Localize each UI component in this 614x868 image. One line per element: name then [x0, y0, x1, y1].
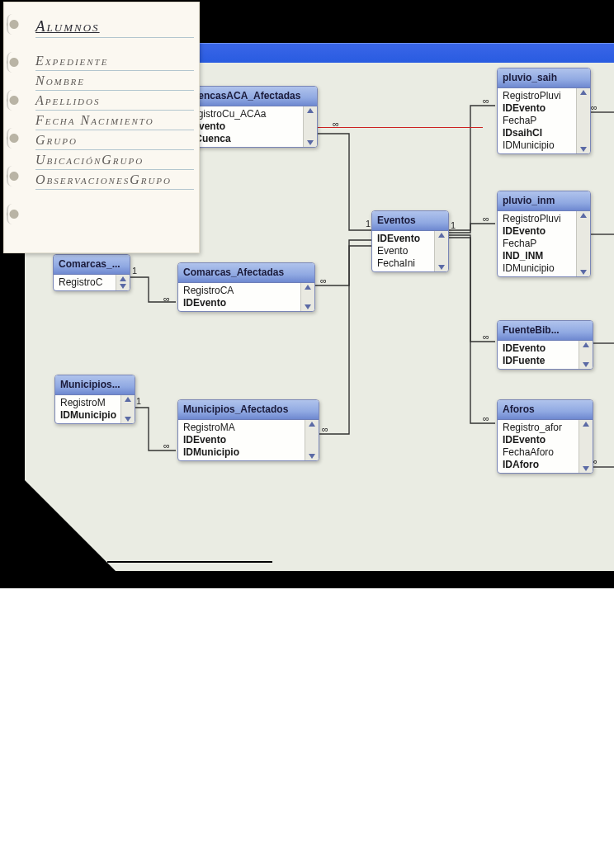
- chevron-up-icon[interactable]: [583, 342, 589, 347]
- chevron-up-icon[interactable]: [580, 213, 587, 218]
- notebook-lines: Alumnos Expediente Nombre Apellidos Fech…: [35, 17, 194, 190]
- table-title: pluvio_inm: [498, 191, 590, 211]
- scrollbar[interactable]: [579, 420, 593, 473]
- table-title: FuenteBib...: [498, 321, 593, 341]
- field: Registro_afor: [503, 422, 577, 434]
- chevron-down-icon[interactable]: [583, 362, 589, 367]
- scrollbar[interactable]: [300, 283, 314, 311]
- chevron-down-icon[interactable]: [305, 304, 311, 309]
- field: IDEvento: [503, 434, 577, 446]
- table-fields: RegistroM IDMunicipio: [55, 395, 120, 423]
- table-title: Comarcas_Afectadas: [178, 263, 314, 283]
- chevron-down-icon[interactable]: [125, 417, 131, 422]
- rel-inf: ∞: [163, 441, 170, 451]
- field: IND_INM: [503, 250, 574, 262]
- table-comarcas-afectadas[interactable]: Comarcas_Afectadas RegistroCA IDEvento: [177, 262, 315, 312]
- field: IDsaihCI: [503, 127, 574, 139]
- field: egistroCu_ACAa: [192, 108, 301, 120]
- field: IDEvento: [183, 434, 303, 446]
- table-fields: IDEvento Evento FechaIni: [372, 231, 434, 271]
- rel-one: 1: [132, 266, 137, 276]
- table-fields: egistroCu_ACAa Evento ICuenca: [187, 106, 303, 147]
- field: IDFuente: [503, 355, 577, 367]
- rel-one: 1: [136, 396, 141, 406]
- field: RegistroCA: [183, 285, 299, 297]
- chevron-up-icon[interactable]: [305, 285, 311, 290]
- field: IDMunicipio: [60, 409, 119, 422]
- table-title: Municipios...: [55, 375, 135, 395]
- canvas-divider: [107, 561, 272, 563]
- chevron-down-icon[interactable]: [583, 466, 589, 471]
- chevron-down-icon[interactable]: [580, 147, 587, 152]
- table-comarcas[interactable]: Comarcas_... RegistroC: [53, 254, 130, 291]
- chevron-down-icon[interactable]: [309, 454, 315, 459]
- chevron-up-icon[interactable]: [307, 108, 314, 113]
- table-fuente-bib[interactable]: FuenteBib... IDEvento IDFuente: [497, 320, 593, 370]
- field: Evento: [377, 245, 432, 257]
- rel-one: 1: [451, 220, 456, 230]
- notebook-title: Alumnos: [35, 17, 194, 38]
- scrollbar[interactable]: [576, 211, 590, 276]
- chevron-up-icon[interactable]: [125, 397, 131, 402]
- chevron-up-icon[interactable]: [583, 422, 589, 427]
- table-title: uencasACA_Afectadas: [187, 87, 317, 106]
- chevron-down-icon[interactable]: [307, 140, 314, 145]
- table-fields: Registro_afor IDEvento FechaAforo IDAfor…: [498, 420, 579, 473]
- table-municipios-afectados[interactable]: Municipios_Afectados RegistroMA IDEvento…: [177, 399, 319, 461]
- field: IDEvento: [503, 102, 574, 115]
- scrollbar[interactable]: [576, 88, 590, 153]
- scrollbar[interactable]: [116, 275, 130, 290]
- field: IDEvento: [503, 342, 577, 355]
- table-pluvio-inm[interactable]: pluvio_inm RegistroPluvi IDEvento FechaP…: [497, 191, 591, 277]
- field: FechaIni: [377, 257, 432, 270]
- scrollbar[interactable]: [579, 341, 593, 369]
- rel-inf: ∞: [483, 214, 489, 224]
- rel-inf: ∞: [320, 276, 327, 285]
- table-title: Eventos: [372, 211, 448, 231]
- scrollbar[interactable]: [303, 106, 317, 147]
- table-fields: RegistroMA IDEvento IDMunicipio: [178, 420, 305, 460]
- table-pluvio-saih[interactable]: pluvio_saih RegistroPluvi IDEvento Fecha…: [497, 68, 591, 154]
- field: ICuenca: [192, 133, 301, 145]
- field: IDEvento: [377, 233, 432, 245]
- table-eventos[interactable]: Eventos IDEvento Evento FechaIni: [371, 210, 449, 272]
- spiral-binding: [2, 2, 27, 252]
- scrollbar[interactable]: [434, 231, 448, 271]
- chevron-down-icon[interactable]: [580, 270, 587, 275]
- table-fields: IDEvento IDFuente: [498, 341, 579, 369]
- notebook-row: Expediente: [35, 51, 194, 71]
- field: RegistroMA: [183, 422, 303, 434]
- notebook-row: UbicaciónGrupo: [35, 150, 194, 170]
- chevron-up-icon[interactable]: [438, 233, 445, 238]
- field: RegistroM: [60, 397, 119, 409]
- field: IDMunicipio: [183, 446, 303, 459]
- rel-inf: ∞: [163, 294, 170, 304]
- field: IDMunicipio: [503, 262, 574, 275]
- chevron-down-icon[interactable]: [120, 284, 126, 289]
- table-title: pluvio_saih: [498, 68, 590, 88]
- rel-inf: ∞: [483, 96, 489, 106]
- chevron-up-icon[interactable]: [309, 422, 315, 427]
- scrollbar[interactable]: [305, 420, 319, 460]
- rel-inf: ∞: [333, 119, 339, 129]
- field: Evento: [192, 120, 301, 133]
- table-aforos[interactable]: Aforos Registro_afor IDEvento FechaAforo…: [497, 399, 593, 474]
- field: RegistroC: [59, 276, 114, 289]
- table-municipios[interactable]: Municipios... RegistroM IDMunicipio: [54, 375, 135, 424]
- field: RegistroPluvi: [503, 90, 574, 102]
- notebook-row: Apellidos: [35, 91, 194, 111]
- notebook-row: Grupo: [35, 130, 194, 150]
- chevron-up-icon[interactable]: [120, 276, 126, 281]
- table-cuencas-aca-afectadas[interactable]: uencasACA_Afectadas egistroCu_ACAa Event…: [187, 86, 318, 148]
- notebook-card: Alumnos Expediente Nombre Apellidos Fech…: [3, 2, 200, 253]
- scrollbar[interactable]: [120, 395, 135, 423]
- table-fields: RegistroPluvi IDEvento FechaP IND_INM ID…: [498, 211, 576, 276]
- field: FechaP: [503, 238, 574, 250]
- table-title: Comarcas_...: [54, 255, 130, 275]
- table-fields: RegistroPluvi IDEvento FechaP IDsaihCI I…: [498, 88, 576, 153]
- notebook-row: Fecha Nacimiento: [35, 111, 194, 130]
- table-fields: RegistroCA IDEvento: [178, 283, 300, 311]
- chevron-down-icon[interactable]: [438, 265, 445, 270]
- rel-inf: ∞: [483, 413, 489, 423]
- chevron-up-icon[interactable]: [580, 90, 587, 95]
